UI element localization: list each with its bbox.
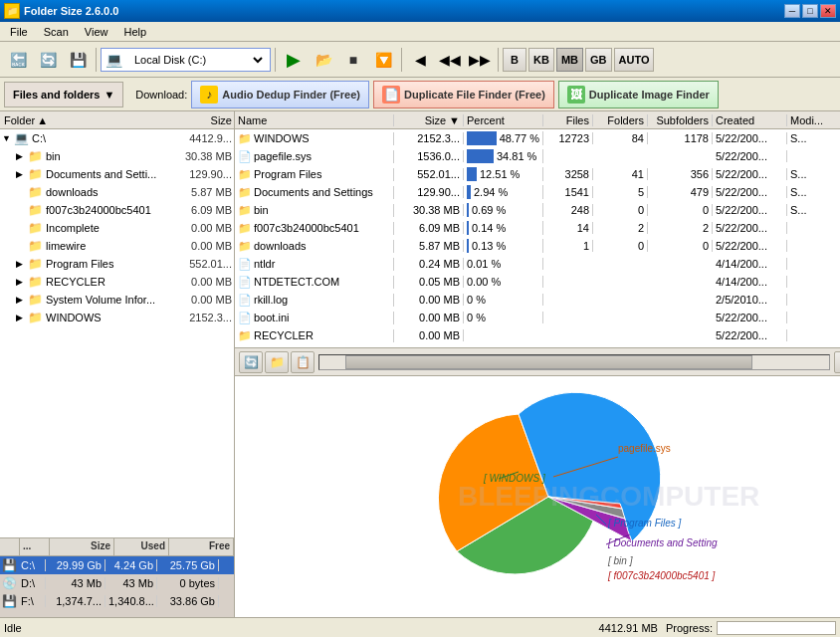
expander-icon[interactable]: ▶ [16,295,28,305]
col-modified[interactable]: Modi... [787,114,840,126]
stop-button[interactable]: ■ [339,46,367,74]
expander-icon[interactable]: ▼ [2,133,14,143]
drive-icon: 💻 [105,52,122,68]
file-files: 1 [543,240,593,252]
folder-label: Files and folders ▼ [4,82,123,107]
file-row[interactable]: 📁Documents and Settings 129.90... 2.94 %… [235,183,840,201]
menu-file[interactable]: File [2,24,36,40]
main-layout: Folder ▲ Size ▼ 💻 C:\ 4412.9... ▶ 📁 bin … [0,111,840,617]
audio-dedup-button[interactable]: ♪ Audio Dedup Finder (Free) [191,81,369,108]
tree-item[interactable]: ▼ 💻 C:\ 4412.9... [0,129,234,147]
nav-prev-button[interactable]: ◀ [406,46,434,74]
tree-item[interactable]: 📁 downloads 5.87 MB [0,183,234,201]
dup-image-icon: 🖼 [567,86,585,104]
file-row[interactable]: 📄boot.ini 0.00 MB 0 % 5/22/200... [235,309,840,326]
drive-name-c: C:\ [18,559,46,571]
tree-item[interactable]: ▶ 📁 RECYCLER 0.00 MB [0,273,234,291]
file-size: 6.09 MB [394,222,464,234]
open-folder-button[interactable]: 📂 [310,46,337,74]
drive-dropdown[interactable]: Local Disk (C:) [126,50,266,70]
menu-scan[interactable]: Scan [36,24,77,40]
file-row[interactable]: 📁bin 30.38 MB 0.69 % 248 0 0 5/22/200...… [235,201,840,219]
file-row[interactable]: 📁f007c3b24000bc5401 6.09 MB 0.14 % 14 2 … [235,219,840,237]
col-name[interactable]: Name [235,114,394,126]
filter-button[interactable]: 🔽 [369,46,397,74]
drive-selector-container: 💻 Local Disk (C:) [101,48,271,72]
file-modified: S... [787,204,840,216]
close-button[interactable]: ✕ [820,4,836,18]
col-folders[interactable]: Folders [593,114,648,126]
folder-col-header[interactable]: Folder ▲ [0,114,164,126]
file-row[interactable]: 📁downloads 5.87 MB 0.13 % 1 0 0 5/22/200… [235,237,840,255]
tree-item[interactable]: ▶ 📁 Documents and Setti... 129.90... [0,165,234,183]
file-name: 📄ntldr [235,258,394,271]
file-subfolders: 1178 [648,132,713,144]
file-row[interactable]: 📁Program Files 552.01... 12.51 % 3258 41… [235,165,840,183]
expander-icon[interactable]: ▶ [16,169,28,179]
file-row[interactable]: 📄rkill.log 0.00 MB 0 % 2/5/2010... [235,291,840,309]
tree-item[interactable]: ▶ 📁 Program Files 552.01... [0,255,234,273]
file-name: 📁f007c3b24000bc5401 [235,222,394,235]
tree-item[interactable]: ▶ 📁 System Volume Infor... 0.00 MB [0,291,234,309]
file-row[interactable]: 📄ntldr 0.24 MB 0.01 % 4/14/200... [235,255,840,273]
nav-back-button[interactable]: ◀◀ [436,46,464,74]
download-label: Download: [135,89,187,101]
save-button[interactable]: 💾 [64,46,92,74]
file-row[interactable]: 📄pagefile.sys 1536.0... 34.81 % 5/22/200… [235,147,840,165]
dup-image-button[interactable]: 🖼 Duplicate Image Finder [558,81,719,108]
tree-item[interactable]: 📁 limewire 0.00 MB [0,237,234,255]
scroll-right-button[interactable]: ▶ [834,351,840,373]
size-b-button[interactable]: B [503,48,526,72]
drive-row[interactable]: 💿 D:\ 43 Mb 43 Mb 0 bytes [0,574,234,592]
tree-item[interactable]: 📁 f007c3b24000bc5401 6.09 MB [0,201,234,219]
file-name: 📄rkill.log [235,294,394,307]
minimize-button[interactable]: ─ [784,4,800,18]
drive-row[interactable]: 💾 C:\ 29.99 Gb 4.24 Gb 25.75 Gb [0,556,234,574]
file-row[interactable]: 📄NTDETECT.COM 0.05 MB 0.00 % 4/14/200... [235,273,840,291]
col-percent[interactable]: Percent [464,114,543,126]
drive-name-d: D:\ [18,577,46,589]
menu-help[interactable]: Help [115,24,154,40]
file-folders: 0 [593,204,648,216]
size-col-header[interactable]: Size [164,114,234,126]
expander-icon[interactable]: ▶ [16,313,28,322]
tree-item[interactable]: ▶ 📁 WINDOWS 2152.3... [0,309,234,326]
nav-refresh-button[interactable]: 🔄 [239,351,263,373]
size-mb-button[interactable]: MB [556,48,583,72]
file-size: 0.05 MB [394,276,464,288]
col-size[interactable]: Size ▼ [394,114,464,126]
dup-file-button[interactable]: 📄 Duplicate File Finder (Free) [373,81,554,108]
nav-fwd-button[interactable]: ▶▶ [466,46,494,74]
col-subfolders[interactable]: Subfolders [648,114,713,126]
menu-view[interactable]: View [77,24,116,40]
tree-item[interactable]: 📁 Incomplete 0.00 MB [0,219,234,237]
refresh-button[interactable]: 🔄 [34,46,62,74]
file-name: 📄NTDETECT.COM [235,276,394,289]
expander-icon[interactable]: ▶ [16,151,28,161]
file-row[interactable]: 📁RECYCLER 0.00 MB 5/22/200... [235,326,840,344]
nav-settings-button[interactable]: 📋 [291,351,315,373]
maximize-button[interactable]: □ [802,4,818,18]
horizontal-scrollbar[interactable] [318,354,830,370]
svg-text:[ Program Files ]: [ Program Files ] [607,518,682,529]
file-row[interactable]: 📁WINDOWS 2152.3... 48.77 % 12723 84 1178… [235,129,840,147]
file-name: 📁bin [235,204,394,217]
tree-item[interactable]: ▶ 📁 bin 30.38 MB [0,147,234,165]
size-kb-button[interactable]: KB [528,48,554,72]
separator-4 [498,48,499,72]
col-files[interactable]: Files [543,114,593,126]
file-list-header: Name Size ▼ Percent Files Folders Subfol… [235,111,840,129]
file-size: 2152.3... [394,132,464,144]
back-button[interactable]: 🔙 [4,46,32,74]
drive-row[interactable]: 💾 F:\ 1,374.7... 1,340.8... 33.86 Gb [0,592,234,610]
size-gb-button[interactable]: GB [585,48,612,72]
nav-folder-button[interactable]: 📁 [265,351,289,373]
file-percent: 0.13 % [464,239,543,253]
drive-icon-d: 💿 [0,576,18,590]
expander-icon[interactable]: ▶ [16,259,28,269]
svg-text:[ WINDOWS ]: [ WINDOWS ] [483,473,545,484]
col-created[interactable]: Created [713,114,787,126]
scan-button[interactable]: ▶ [280,46,308,74]
expander-icon[interactable]: ▶ [16,277,28,287]
size-auto-button[interactable]: AUTO [614,48,655,72]
